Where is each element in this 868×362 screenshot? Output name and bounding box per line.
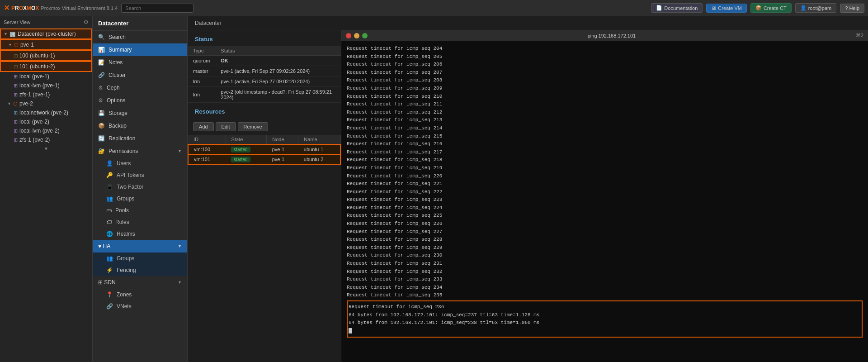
nav-roles[interactable]: 🏷 Roles <box>93 216 187 228</box>
edit-resource-button[interactable]: Edit <box>216 122 236 131</box>
terminal-shortcut-label[interactable]: ⌘2 <box>856 33 863 38</box>
nav-backup[interactable]: 📦 Backup <box>93 119 187 132</box>
terminal-body[interactable]: Request timeout for icmp_seq 204Request … <box>341 41 868 362</box>
resource-cell-node: pve-1 <box>267 144 298 154</box>
net-localnetwork-pve2-label: localnetwork (pve-2) <box>19 110 68 116</box>
nav-summary[interactable]: 📊 Summary <box>93 43 187 56</box>
nav-cluster-label: Cluster <box>108 72 126 78</box>
create-vm-button[interactable]: 🖥 Create VM <box>706 4 747 13</box>
nav-vnets[interactable]: 🔗 VNets <box>93 300 187 312</box>
resource-row[interactable]: vm:100startedpve-1ubuntu-1 <box>188 144 340 154</box>
terminal-line: Request timeout for icmp_seq 230 <box>347 252 863 260</box>
summary-icon: 📊 <box>98 47 105 53</box>
status-panel: Status Type Status quorumOKmasterpve-1 (… <box>188 30 341 362</box>
nav-zones-label: Zones <box>117 291 132 298</box>
nav-pools-label: Pools <box>115 207 129 214</box>
terminal-highlight-line: 64 bytes from 192.168.172.101: icmp_seq=… <box>349 311 861 319</box>
add-resource-button[interactable]: Add <box>193 122 214 131</box>
scroll-down-icon[interactable]: ▼ <box>44 146 48 151</box>
tree-vm-100[interactable]: □ 100 (ubuntu-1) <box>0 50 92 61</box>
nav-roles-label: Roles <box>115 219 129 225</box>
tree-datacenter[interactable]: ▼ 🏢 Datacenter (pve-cluster) <box>0 29 92 39</box>
roles-icon: 🏷 <box>106 219 112 225</box>
nav-permissions-group[interactable]: 🔐 Permissions ▼ <box>93 145 187 157</box>
status-row: quorumOK <box>188 56 341 66</box>
nav-options[interactable]: ⚙ Options <box>93 94 187 107</box>
nav-ha-group[interactable]: ♥ HA ▼ <box>93 240 187 252</box>
terminal-minimize-btn[interactable] <box>354 33 359 38</box>
help-button[interactable]: ? Help <box>840 4 864 13</box>
nav-cluster[interactable]: 🔗 Cluster <box>93 69 187 81</box>
nav-fencing[interactable]: ⚡ Fencing <box>93 264 187 276</box>
notes-icon: 📝 <box>98 59 105 66</box>
expand-arrow-pve2: ▼ <box>7 101 11 106</box>
resource-row[interactable]: vm:101startedpve-1ubuntu-2 <box>188 154 340 164</box>
tree-storage-zfs1-pve1[interactable]: ⊞ zfs-1 (pve-1) <box>0 90 92 99</box>
nav-storage[interactable]: 💾 Storage <box>93 107 187 119</box>
terminal-highlight-line: Request timeout for icmp_seq 236 <box>349 303 861 311</box>
tree-storage-locallvm-pve2[interactable]: ⊞ local-lvm (pve-2) <box>0 126 92 135</box>
options-icon: ⚙ <box>98 97 103 104</box>
create-ct-button[interactable]: 📦 Create CT <box>750 3 792 13</box>
pools-icon: 🗃 <box>106 207 112 214</box>
storage-zfs1-pve2-label: zfs-1 (pve-2) <box>19 137 50 143</box>
terminal-line: Request timeout for icmp_seq 223 <box>347 196 863 204</box>
gear-icon[interactable]: ⚙ <box>84 19 89 25</box>
terminal-line: Request timeout for icmp_seq 213 <box>347 116 863 124</box>
nav-pools[interactable]: 🗃 Pools <box>93 205 187 216</box>
nav-api-tokens[interactable]: 🔑 API Tokens <box>93 169 187 181</box>
breadcrumb: Datacenter <box>188 16 868 30</box>
documentation-button[interactable]: 📄 Documentation <box>651 3 703 13</box>
tree-storage-locallvm-pve1[interactable]: ⊞ local-lvm (pve-1) <box>0 81 92 90</box>
tree-storage-zfs1-pve2[interactable]: ⊞ zfs-1 (pve-2) <box>0 135 92 144</box>
storage-icon-2: ⊞ <box>14 83 18 89</box>
nav-ceph-label: Ceph <box>107 85 120 91</box>
top-search-input[interactable] <box>121 4 193 13</box>
terminal-line: Request timeout for icmp_seq 225 <box>347 212 863 220</box>
res-col-id: ID <box>188 135 226 144</box>
user-menu-button[interactable]: 👤 root@pam <box>795 3 837 13</box>
nav-replication-label: Replication <box>108 135 135 142</box>
sidebar-title: Server View <box>4 19 30 25</box>
logo-text: PROXMOX <box>11 5 39 11</box>
vm-icon-100: □ <box>14 53 18 58</box>
nav-ha-groups[interactable]: 👥 Groups <box>93 252 187 264</box>
nav-panel-header: Datacenter <box>93 16 187 31</box>
status-cell-type: master <box>188 66 215 76</box>
tree-node-pve1[interactable]: ▼ ⬡ pve-1 <box>0 39 92 50</box>
nav-zones[interactable]: 📍 Zones <box>93 289 187 300</box>
nav-sdn-group[interactable]: ⊞ SDN ▼ <box>93 276 187 289</box>
nav-search-label: Search <box>108 34 126 40</box>
zones-icon: 📍 <box>106 291 113 298</box>
nav-summary-label: Summary <box>108 47 132 53</box>
nav-two-factor-label: Two Factor <box>117 184 143 190</box>
tree-net-localnetwork-pve2[interactable]: ⊞ localnetwork (pve-2) <box>0 108 92 117</box>
res-col-node: Node <box>267 135 298 144</box>
terminal-window-controls <box>346 33 368 38</box>
status-table: Type Status quorumOKmasterpve-1 (active,… <box>188 46 341 103</box>
nav-two-factor[interactable]: 📱 Two Factor <box>93 181 187 193</box>
terminal-line: Request timeout for icmp_seq 235 <box>347 291 863 300</box>
nav-realms[interactable]: 🌐 Realms <box>93 228 187 240</box>
terminal-line: Request timeout for icmp_seq 219 <box>347 164 863 172</box>
status-col-type: Type <box>188 46 215 56</box>
terminal-line: Request timeout for icmp_seq 222 <box>347 188 863 196</box>
tree-storage-local-pve2[interactable]: ⊞ local (pve-2) <box>0 117 92 126</box>
content-split: Status Type Status quorumOKmasterpve-1 (… <box>188 30 868 362</box>
terminal-line: Request timeout for icmp_seq 218 <box>347 156 863 164</box>
nav-notes[interactable]: 📝 Notes <box>93 56 187 69</box>
nav-groups[interactable]: 👥 Groups <box>93 193 187 205</box>
node-icon-pve1: ⬡ <box>14 42 19 48</box>
nav-search[interactable]: 🔍 Search <box>93 31 187 43</box>
terminal-close-btn[interactable] <box>346 33 351 38</box>
tree-vm-101[interactable]: □ 101 (ubuntu-2) <box>0 61 92 72</box>
terminal-maximize-btn[interactable] <box>362 33 368 38</box>
vm-100-label: 100 (ubuntu-1) <box>19 52 55 59</box>
nav-users[interactable]: 👤 Users <box>93 157 187 169</box>
remove-resource-button[interactable]: Remove <box>238 122 268 131</box>
tree-node-pve2[interactable]: ▼ ⬡ pve-2 <box>0 99 92 108</box>
content-area: Datacenter Status Type Status quorumOKma… <box>188 16 868 362</box>
nav-replication[interactable]: 🔄 Replication <box>93 132 187 145</box>
tree-storage-local-pve1[interactable]: ⊞ local (pve-1) <box>0 72 92 81</box>
nav-ceph[interactable]: ⚙ Ceph <box>93 81 187 94</box>
